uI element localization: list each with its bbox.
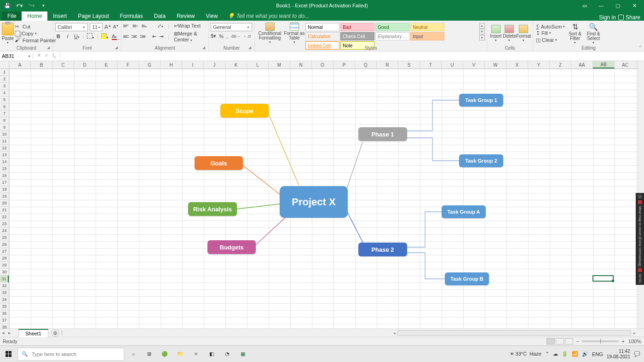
paste-button[interactable]: Paste ▾ [2,22,14,45]
style-more-icon[interactable]: ▾ [479,35,485,40]
format-cells-button[interactable]: Format▾ [516,22,531,45]
qat-customize-icon[interactable]: ▾ [40,2,47,9]
recorder-rec-icon[interactable] [638,268,642,272]
worksheet-grid[interactable]: ABCDEFGHIJKLMNOPQRSTUVWXYZAAABAC 1234567… [0,61,644,328]
shape-risk[interactable]: Risk Analysis [188,202,237,216]
row-header[interactable]: 1 [0,69,9,76]
align-right-icon[interactable] [140,34,145,40]
row-header[interactable]: 18 [0,186,9,193]
inc-indent-icon[interactable]: ⇥ [159,34,163,40]
app-icon-2[interactable]: ◔ [221,348,234,361]
name-box[interactable]: AB31▼ [0,53,33,59]
add-sheet-icon[interactable]: ⊕ [51,329,59,337]
font-color-button[interactable]: A▾ [111,34,118,39]
shape-projectx[interactable]: Project X [280,186,348,218]
view-page-layout-icon[interactable] [556,338,564,345]
fill-button[interactable]: ↧Fill ▾ [536,30,565,36]
share-button[interactable]: Share [618,14,640,21]
sheet-split-icon[interactable]: ⋮ [59,330,66,336]
column-header[interactable]: AA [571,61,593,68]
cell-style-input[interactable]: Input [410,32,444,40]
column-header[interactable]: AB [593,61,615,68]
onedrive-icon[interactable]: ☁ [553,351,558,357]
column-header[interactable]: Z [550,61,571,68]
ribbon-tab-insert[interactable]: Insert [47,11,72,21]
column-header[interactable]: Y [528,61,550,68]
formula-bar[interactable] [60,51,644,61]
excel-taskbar-icon[interactable]: ▦ [236,348,249,361]
taskbar-search[interactable]: 🔍Type here to search [17,348,124,361]
row-header[interactable]: 28 [0,255,9,262]
column-header[interactable]: S [398,61,420,68]
underline-button[interactable]: U▾ [74,34,80,39]
chrome-icon[interactable]: 🟢 [158,348,171,361]
sheet-nav-next-icon[interactable]: ▸ [6,330,13,336]
column-header[interactable]: I [182,61,204,68]
sheet-nav-prev-icon[interactable]: ◂ [0,330,6,336]
align-top-icon[interactable] [123,23,130,29]
row-header[interactable]: 25 [0,234,9,241]
shape-budgets[interactable]: Budgets [207,240,256,254]
cortana-icon[interactable]: ○ [127,348,140,361]
row-header[interactable]: 11 [0,138,9,145]
align-bottom-icon[interactable] [142,23,148,29]
row-header[interactable]: 13 [0,152,9,158]
shape-tgb[interactable]: Task Group B [445,272,489,285]
ribbon-tab-data[interactable]: Data [149,11,171,21]
notifications-icon[interactable]: 💬 [634,351,640,357]
shape-phase1[interactable]: Phase 1 [358,127,407,141]
find-select-button[interactable]: 🔍Find & Select▾ [584,22,603,45]
conditional-formatting-button[interactable]: Conditional Formatting▾ [257,22,283,45]
column-header[interactable]: B [31,61,52,68]
enter-formula-icon[interactable]: ✓ [45,52,49,59]
tell-me[interactable]: 💡 Tell me what you want to do... [223,11,314,21]
shape-phase2[interactable]: Phase 2 [358,243,407,256]
column-header[interactable]: X [506,61,528,68]
row-header[interactable]: 23 [0,221,9,227]
view-page-break-icon[interactable] [565,338,573,345]
format-painter-button[interactable]: Format Painter [15,37,56,44]
cell-style-bad[interactable]: Bad [340,23,374,31]
number-format-combo[interactable]: General▼ [211,23,252,31]
dialog-launcher-icon[interactable]: ◢ [47,45,52,50]
recorder-stop-icon[interactable] [638,200,642,204]
ribbon-tab-view[interactable]: View [201,11,224,21]
row-header[interactable]: 26 [0,241,9,248]
row-header[interactable]: 17 [0,179,9,186]
selected-cell[interactable] [592,275,614,282]
sheet-tab[interactable]: Sheet1 [18,329,48,337]
row-header[interactable]: 10 [0,131,9,138]
bold-button[interactable]: B [55,34,62,39]
column-header[interactable]: J [204,61,225,68]
row-header[interactable]: 22 [0,214,9,221]
copy-button[interactable]: Copy ▾ [15,31,56,36]
row-header[interactable]: 38 [0,324,9,328]
shrink-font-icon[interactable]: A▼ [113,24,119,29]
italic-button[interactable]: I [64,34,71,39]
wrap-text-button[interactable]: ↩Wrap Text [174,23,201,29]
cancel-formula-icon[interactable]: ✕ [37,52,41,59]
currency-icon[interactable]: $▾ [211,33,216,39]
shape-tg2[interactable]: Task Group 2 [459,154,503,167]
row-header[interactable]: 5 [0,96,9,103]
maximize-icon[interactable]: ▢ [614,3,622,9]
row-header[interactable]: 3 [0,83,9,90]
align-middle-icon[interactable] [132,23,139,29]
zoom-slider[interactable] [582,340,619,342]
shape-tg1[interactable]: Task Group 1 [459,94,503,107]
minimize-icon[interactable]: — [597,3,605,9]
sign-in[interactable]: Sign in [599,14,616,21]
cell-style-neutral[interactable]: Neutral [410,23,444,31]
row-header[interactable]: 15 [0,165,9,172]
row-header[interactable]: 19 [0,193,9,200]
row-header[interactable]: 7 [0,110,9,117]
column-header[interactable]: K [225,61,247,68]
column-header[interactable]: L [247,61,269,68]
collapse-ribbon-icon[interactable]: ⌃ [638,45,642,50]
ribbon-tab-file[interactable]: File [2,11,22,21]
start-button[interactable] [2,348,15,361]
row-header[interactable]: 12 [0,145,9,152]
ribbon-tab-home[interactable]: Home [22,11,47,21]
font-name-combo[interactable]: Calibri▼ [55,23,88,31]
ribbon-tab-formulas[interactable]: Formulas [115,11,149,21]
